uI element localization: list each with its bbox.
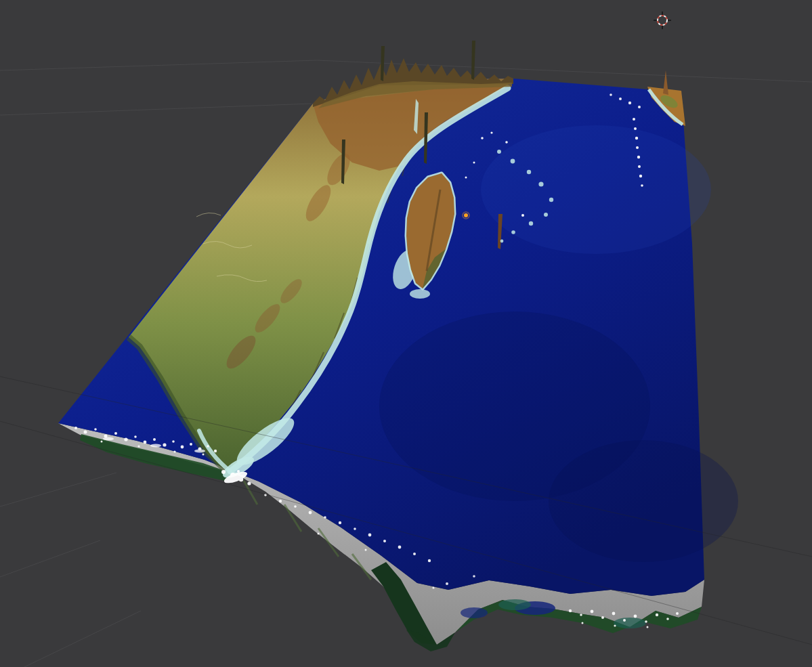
speckle-dot [636, 146, 639, 149]
speckle-dot [580, 614, 582, 616]
speckle-dot [279, 500, 282, 502]
speckle-dot [214, 450, 217, 452]
speckle-dot [324, 516, 326, 519]
speckle-dot [101, 441, 103, 443]
speckle-dot [569, 609, 572, 612]
speckle-dot [473, 575, 475, 578]
speckle-dot [511, 159, 515, 164]
speckle-dot [623, 619, 626, 622]
speckle-dot [612, 612, 616, 616]
speckle-dot [163, 443, 166, 446]
speckle-dot [511, 230, 515, 234]
speckle-dot [190, 443, 192, 446]
speckle-dot [365, 549, 367, 551]
speckle-dot [527, 170, 531, 174]
front-teal-patch2 [614, 618, 646, 628]
speckle-dot [413, 553, 416, 555]
speckle-dot [645, 620, 647, 623]
speckle-dot [207, 445, 209, 448]
speckle-dot [339, 521, 341, 524]
speckle-dot [202, 454, 205, 456]
speckle-dot [635, 137, 638, 139]
speckle-dot [637, 156, 640, 158]
speckle-dot [181, 446, 184, 449]
speckle-dot [309, 511, 312, 515]
speckle-dot [228, 478, 230, 481]
speckle-dot [500, 240, 504, 243]
speckle-dot [104, 435, 108, 438]
speckle-dot [172, 440, 175, 443]
speckle-dot [549, 198, 553, 202]
speckle-dot [638, 165, 641, 168]
speckle-dot [368, 534, 372, 537]
speckle-dot [544, 213, 548, 217]
speckle-dot [134, 435, 137, 438]
speckle-dot [634, 615, 637, 618]
cloud-blob [103, 437, 114, 441]
speckle-dot [538, 181, 543, 186]
speckle-dot [383, 540, 386, 542]
speckle-dot [247, 481, 251, 485]
speckle-dot [398, 546, 402, 549]
speckle-dot [473, 162, 475, 164]
speckle-dot [84, 431, 87, 434]
speckle-dot [638, 106, 641, 108]
speckle-dot [221, 470, 226, 474]
madagascar-shallow-bank-south [410, 289, 430, 299]
origin-dot-core [464, 213, 468, 217]
speckle-dot [230, 473, 236, 478]
speckle-dot [446, 582, 448, 585]
speckle-dot [582, 622, 584, 624]
ocean-shadow2 [549, 440, 738, 562]
speckle-dot [94, 428, 97, 431]
ocean-sheen [481, 125, 711, 254]
3d-viewport[interactable] [0, 0, 812, 667]
speckle-dot [633, 118, 635, 121]
speckle-dot [144, 441, 147, 444]
speckle-dot [124, 437, 127, 441]
speckle-dot [639, 175, 642, 177]
speckle-dot [137, 445, 140, 447]
speckle-dot [666, 618, 669, 620]
speckle-dot [529, 221, 533, 225]
front-navy-patch2 [461, 607, 488, 618]
speckle-dot [465, 177, 467, 179]
speckle-dot [428, 559, 431, 562]
speckle-dot [647, 626, 649, 628]
speckle-dot [676, 612, 679, 615]
speckle-dot [198, 448, 202, 451]
speckle-dot [591, 610, 594, 614]
speckle-dot [432, 586, 434, 588]
speckle-dot [318, 533, 320, 535]
speckle-dot [354, 528, 356, 530]
speckle-dot [497, 150, 501, 154]
speckle-dot [610, 93, 612, 96]
speckle-dot [74, 427, 77, 429]
speckle-dot [294, 505, 297, 508]
speckle-dot [521, 214, 524, 217]
speckle-dot [614, 624, 616, 626]
speckle-dot [153, 438, 156, 441]
speckle-dot [114, 432, 117, 435]
cloud-blob [150, 444, 161, 448]
speckle-dot [237, 470, 240, 473]
front-teal-patch [498, 599, 531, 610]
speckle-dot [641, 184, 643, 187]
speckle-dot [628, 102, 631, 104]
speckle-dot [490, 131, 492, 133]
speckle-dot [601, 616, 604, 619]
speckle-dot [634, 127, 637, 130]
speckle-dot [173, 450, 175, 452]
speckle-dot [656, 614, 658, 616]
speckle-dot [481, 137, 484, 139]
speckle-dot [239, 477, 243, 481]
speckle-dot [619, 98, 622, 100]
speckle-dot [505, 141, 508, 144]
